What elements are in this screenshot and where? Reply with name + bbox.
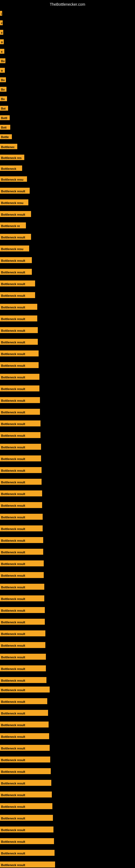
bar-label: Bottleneck result (0, 756, 50, 763)
bar-item: Bottleneck result (0, 444, 41, 451)
bar-item: Bottleneck result (0, 502, 42, 509)
bar-label: Bottleneck result (0, 780, 51, 786)
bar-item: Bottleneck result (0, 479, 42, 486)
bar-item: Bottleneck result (0, 733, 49, 740)
bar-item: B (0, 39, 4, 45)
bar-label: Bottleneck result (0, 862, 55, 867)
bar-item: Bottleneck result (0, 362, 39, 369)
bar-label: Bottl (0, 115, 10, 120)
bar-label: B (0, 39, 4, 44)
bar-item: Bottleneck re (0, 222, 26, 229)
bar-item: Bo (0, 96, 7, 102)
bar-item: Bottleneck result (0, 188, 30, 195)
bar-item: Bottleneck result (0, 421, 41, 428)
bar-label: Bottleneck result (0, 397, 40, 403)
bar-label: Bottleneck result (0, 654, 46, 660)
bar-label: Bottleneck result (0, 733, 49, 739)
bar-item: Bottleneck (0, 165, 22, 172)
bar-item: Bottleneck result (0, 525, 43, 532)
bar-label: Bottleneck result (0, 188, 30, 194)
bar-item: Bottleneck result (0, 211, 31, 218)
bar-label: Bottleneck result (0, 327, 38, 333)
bar-label: Bottleneck res (0, 155, 24, 160)
bar-item: Bottleneck result (0, 572, 44, 579)
bar-label: Bottleneck result (0, 850, 54, 856)
bar-item: F (0, 20, 3, 26)
bar-item: B (0, 68, 5, 74)
bar-label: Bottlenec (0, 144, 17, 149)
bar-item: Bottleneck result (0, 234, 31, 241)
bar-item: Bottleneck result (0, 304, 37, 311)
bar-label: Bo (0, 77, 6, 82)
bar-label: Bottleneck result (0, 607, 45, 613)
bar-item: Bottleneck result (0, 838, 54, 845)
bar-label: Bottleneck result (0, 630, 45, 637)
bar-label: Bottleneck result (0, 827, 53, 833)
bar-item: Bottleneck result (0, 745, 50, 752)
bar-label: Bottleneck result (0, 619, 45, 625)
bar-item: Bottleneck result (0, 803, 52, 810)
bar-label: Bottleneck result (0, 502, 42, 508)
bar-label: Bottleneck result (0, 815, 53, 821)
bar-label: Bottleneck resu (0, 246, 29, 251)
bar-label: Bottleneck result (0, 444, 41, 450)
bar-label: Bottleneck result (0, 350, 39, 356)
bar-label: Bottleneck result (0, 304, 37, 310)
bar-label: Bottleneck resu (0, 199, 28, 205)
bar-item: | (0, 11, 2, 17)
bar-label: Bottleneck result (0, 595, 44, 601)
bar-label: Bottleneck result (0, 374, 39, 380)
bar-label: Bottleneck result (0, 698, 47, 704)
bar-item: Bottleneck result (0, 269, 32, 276)
bar-item: Bottleneck result (0, 815, 53, 822)
bar-item: Bottleneck res (0, 155, 24, 161)
bar-item: Bott (0, 125, 10, 131)
bar-item: E (0, 30, 3, 36)
bar-item: Bottlenec (0, 144, 17, 150)
bar-item: Bottleneck result (0, 768, 51, 775)
bar-label: Bottleneck result (0, 745, 50, 751)
bar-item: Bot (0, 106, 8, 112)
bar-item: Bo (0, 77, 6, 83)
bar-item: Bottleneck result (0, 698, 47, 705)
bar-item: Bottleneck result (0, 584, 44, 591)
bar-item: Bottleneck result (0, 780, 51, 787)
bar-label: Bottleneck result (0, 315, 37, 321)
bar-item: Bottleneck result (0, 630, 45, 638)
bar-item: Bottleneck result (0, 537, 43, 544)
bar-label: Bottleneck result (0, 479, 42, 485)
bar-label: Bottleneck result (0, 211, 31, 217)
bar-label: Bo (0, 87, 6, 92)
bar-label: Bottleneck result (0, 269, 32, 275)
bar-label: Bottleneck result (0, 803, 52, 809)
bar-item: Bottleneck result (0, 607, 45, 614)
bar-label: Bottleneck result (0, 768, 51, 774)
bar-label: Bottleneck result (0, 339, 38, 345)
bar-label: Bo (0, 58, 5, 63)
bar-label: Bottleneck result (0, 537, 43, 543)
bar-label: | (0, 11, 2, 16)
bar-item: E (0, 49, 4, 55)
bar-label: F (0, 20, 3, 25)
bar-label: Bottleneck result (0, 792, 52, 798)
bar-item: Bottleneck result (0, 549, 43, 556)
bar-label: Bottleneck result (0, 584, 44, 590)
bar-label: Bo (0, 96, 7, 101)
bar-label: Bottleneck result (0, 409, 40, 415)
bar-label: Bottleneck result (0, 456, 41, 461)
bar-label: Bottleneck result (0, 642, 45, 648)
bar-label: Bottleneck result (0, 549, 43, 555)
bar-label: Bottleneck result (0, 710, 48, 716)
bar-label: Bottleneck resu (0, 176, 27, 182)
bar-item: Bottleneck result (0, 686, 50, 693)
bar-item: Bottleneck result (0, 467, 42, 474)
bar-item: Bottleneck result (0, 385, 39, 393)
bar-item: Bottle (0, 134, 12, 140)
bar-item: Bottleneck result (0, 490, 42, 497)
bar-item: Bottleneck resu (0, 246, 29, 252)
bar-item: Bottleneck result (0, 280, 35, 287)
bar-item: Bo (0, 58, 5, 64)
bar-label: Bottleneck result (0, 432, 41, 438)
bar-item: Bo (0, 87, 6, 93)
bar-label: Bottleneck result (0, 572, 44, 578)
